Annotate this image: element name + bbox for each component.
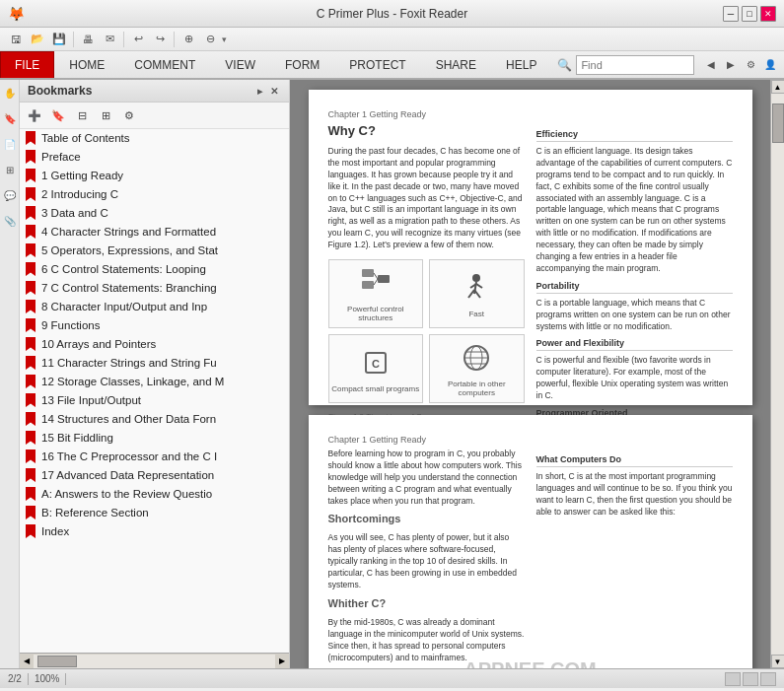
scroll-down-btn[interactable]: ▼ bbox=[771, 655, 785, 668]
sidebar-item-index[interactable]: Index bbox=[20, 522, 289, 541]
quick-access-toolbar: 🖫 📂 💾 🖶 ✉ ↩ ↪ ⊕ ⊖ ▾ bbox=[0, 28, 784, 51]
sidebar-scroll-right[interactable]: ▶ bbox=[275, 655, 289, 668]
page-1-images: Powerful control structures bbox=[328, 259, 525, 403]
nav-next[interactable]: ▶ bbox=[722, 56, 740, 74]
bookmark-icon-ch15 bbox=[24, 431, 37, 445]
bookmark-icon-appendix-a bbox=[24, 487, 37, 501]
comments-icon[interactable]: 💬 bbox=[1, 186, 19, 204]
zoom-out-button[interactable]: ⊖ bbox=[200, 30, 220, 49]
sidebar-settings-btn[interactable]: ⚙ bbox=[118, 105, 140, 125]
tab-form[interactable]: FORM bbox=[270, 51, 334, 78]
sidebar-item-label-ch1: 1 Getting Ready bbox=[41, 170, 285, 181]
page-2-right-text: In short, C is at the most important pro… bbox=[536, 471, 733, 518]
sidebar-item-ch7[interactable]: 7 C Control Statements: Branching bbox=[20, 279, 289, 298]
sidebar-item-label-ch9: 9 Functions bbox=[41, 319, 285, 331]
attachment-icon[interactable]: 📎 bbox=[1, 212, 19, 230]
tab-comment[interactable]: COMMENT bbox=[119, 51, 210, 78]
sidebar-item-label-ch15: 15 Bit Fiddling bbox=[41, 432, 285, 444]
right-scrollbar[interactable]: ▲ ▼ bbox=[770, 80, 784, 668]
tab-protect[interactable]: PROTECT bbox=[334, 51, 420, 78]
sidebar-scroll-track bbox=[34, 655, 275, 668]
bookmark-icon-ch6 bbox=[24, 262, 37, 276]
sidebar-scroll-left[interactable]: ◀ bbox=[20, 655, 34, 668]
sidebar-item-ch11[interactable]: 11 Character Strings and String Fu bbox=[20, 354, 289, 373]
img-box-3: C Compact small programs bbox=[328, 334, 424, 403]
two-page-view-btn[interactable] bbox=[743, 672, 758, 686]
bookmark-icon-ch10 bbox=[24, 337, 37, 351]
sidebar-item-appendix-a[interactable]: A: Answers to the Review Questio bbox=[20, 485, 289, 504]
toolbar-separator-2 bbox=[123, 32, 124, 47]
img-box-2: Fast bbox=[429, 259, 525, 328]
single-page-view-btn[interactable] bbox=[725, 672, 741, 686]
sidebar-hscrollbar[interactable]: ◀ ▶ bbox=[20, 653, 289, 668]
sidebar-item-label-ch16: 16 The C Preprocessor and the C I bbox=[41, 450, 285, 462]
compact-icon: C bbox=[358, 345, 393, 380]
scroll-up-btn[interactable]: ▲ bbox=[771, 80, 785, 94]
sidebar-item-ch9[interactable]: 9 Functions bbox=[20, 316, 289, 335]
hand-icon[interactable]: ✋ bbox=[1, 84, 19, 102]
sidebar-item-ch17[interactable]: 17 Advanced Data Representation bbox=[20, 466, 289, 485]
nav-settings[interactable]: ⚙ bbox=[742, 56, 759, 74]
layers-icon[interactable]: ⊞ bbox=[1, 161, 19, 178]
print-button[interactable]: 🖶 bbox=[78, 30, 98, 49]
sidebar-item-appendix-b[interactable]: B: Reference Section bbox=[20, 504, 289, 522]
nav-prev[interactable]: ◀ bbox=[702, 56, 720, 74]
sidebar-close-btn[interactable]: ✕ bbox=[267, 85, 281, 98]
content-area[interactable]: Chapter 1 Getting Ready Why C? During th… bbox=[290, 80, 770, 668]
zoom-in-button[interactable]: ⊕ bbox=[178, 30, 198, 49]
sidebar-scroll-thumb[interactable] bbox=[37, 656, 77, 667]
open-button[interactable]: 📂 bbox=[28, 30, 47, 49]
sidebar-collapse-btn[interactable]: ⊟ bbox=[71, 105, 93, 125]
sidebar-item-ch5[interactable]: 5 Operators, Expressions, and Stat bbox=[20, 242, 289, 260]
sidebar-item-toc[interactable]: Table of Contents bbox=[20, 129, 289, 148]
undo-button[interactable]: ↩ bbox=[128, 30, 148, 49]
sidebar-item-ch15[interactable]: 15 Bit Fiddling bbox=[20, 429, 289, 448]
sidebar-item-ch16[interactable]: 16 The C Preprocessor and the C I bbox=[20, 448, 289, 466]
page-2: Chapter 1 Getting Ready Before learning … bbox=[309, 415, 752, 668]
redo-button[interactable]: ↪ bbox=[150, 30, 170, 49]
window-controls[interactable]: ─ □ ✕ bbox=[723, 6, 776, 22]
page-2-right-spacer bbox=[536, 435, 733, 454]
sidebar-item-ch12[interactable]: 12 Storage Classes, Linkage, and M bbox=[20, 373, 289, 391]
sidebar-add-btn[interactable]: ➕ bbox=[24, 105, 45, 125]
tab-file[interactable]: FILE bbox=[0, 51, 54, 78]
sidebar-item-ch8[interactable]: 8 Character Input/Output and Inp bbox=[20, 298, 289, 316]
sidebar-expand-all-btn[interactable]: ⊞ bbox=[95, 105, 116, 125]
sidebar-item-ch14[interactable]: 14 Structures and Other Data Forn bbox=[20, 410, 289, 429]
scroll-thumb[interactable] bbox=[772, 104, 784, 143]
sidebar-item-ch13[interactable]: 13 File Input/Output bbox=[20, 391, 289, 410]
maximize-button[interactable]: □ bbox=[742, 6, 757, 22]
minimize-button[interactable]: ─ bbox=[723, 6, 739, 22]
sidebar-bookmark-btn[interactable]: 🔖 bbox=[47, 105, 69, 125]
title-bar-app-icons: 🦊 bbox=[8, 6, 25, 22]
pages-icon[interactable]: 📄 bbox=[1, 135, 19, 153]
bookmark-panel-icon[interactable]: 🔖 bbox=[1, 109, 19, 127]
tab-help[interactable]: HELP bbox=[491, 51, 551, 78]
sidebar-item-ch6[interactable]: 6 C Control Statements: Looping bbox=[20, 260, 289, 279]
scroll-track[interactable] bbox=[771, 94, 784, 655]
sidebar-item-ch3[interactable]: 3 Data and C bbox=[20, 204, 289, 223]
page-2-left: Chapter 1 Getting Ready Before learning … bbox=[328, 435, 525, 668]
tab-view[interactable]: VIEW bbox=[210, 51, 270, 78]
sidebar-item-ch4[interactable]: 4 Character Strings and Formatted bbox=[20, 223, 289, 242]
title-bar: 🦊 C Primer Plus - Foxit Reader ─ □ ✕ bbox=[0, 0, 784, 28]
sidebar-item-ch1[interactable]: 1 Getting Ready bbox=[20, 167, 289, 185]
nav-user[interactable]: 👤 bbox=[761, 56, 779, 74]
sidebar-item-ch10[interactable]: 10 Arrays and Pointers bbox=[20, 335, 289, 354]
sidebar-item-label-ch13: 13 File Input/Output bbox=[41, 394, 285, 406]
sidebar-item-preface[interactable]: Preface bbox=[20, 148, 289, 167]
sidebar-item-label-ch2: 2 Introducing C bbox=[41, 188, 285, 200]
search-input[interactable] bbox=[576, 55, 694, 75]
email-button[interactable]: ✉ bbox=[100, 30, 119, 49]
close-button[interactable]: ✕ bbox=[760, 6, 776, 22]
sidebar-expand-btn[interactable]: ▸ bbox=[254, 85, 265, 98]
img-caption-3: Compact small programs bbox=[331, 384, 419, 393]
new-button[interactable]: 🖫 bbox=[6, 30, 26, 49]
page-2-right: What Computers Do In short, C is at the … bbox=[536, 435, 733, 668]
tab-share[interactable]: SHARE bbox=[421, 51, 491, 78]
sidebar-item-label-ch12: 12 Storage Classes, Linkage, and M bbox=[41, 376, 285, 387]
scroll-view-btn[interactable] bbox=[760, 672, 776, 686]
tab-home[interactable]: HOME bbox=[54, 51, 119, 78]
sidebar-item-ch2[interactable]: 2 Introducing C bbox=[20, 185, 289, 204]
save-button[interactable]: 💾 bbox=[49, 30, 69, 49]
